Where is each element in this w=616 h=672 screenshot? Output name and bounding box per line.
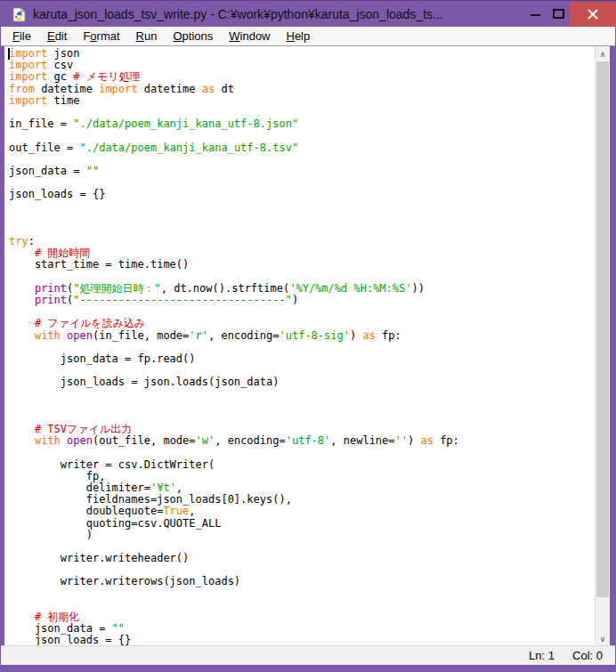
window-title: karuta_json_loads_tsv_write.py - C:¥work… <box>33 7 443 21</box>
main-area: import jsonimport csvimport gc # メモリ処理fr… <box>4 46 610 646</box>
menu-item-run[interactable]: Run <box>128 28 166 45</box>
code-line: print("--------------------------------"… <box>9 295 595 306</box>
code-line: start_time = time.time() <box>9 259 595 271</box>
code-line: json_data = fp.read() <box>9 353 595 365</box>
code-line <box>9 401 595 412</box>
close-icon <box>588 9 598 20</box>
code-line: out_file = "./data/poem_kanji_kana_utf-8… <box>9 142 595 154</box>
code-line: import time <box>9 95 595 107</box>
code-editor[interactable]: import jsonimport csvimport gc # メモリ処理fr… <box>4 46 595 646</box>
menu-item-help[interactable]: Help <box>279 28 319 45</box>
text-cursor <box>8 48 10 60</box>
code-line <box>9 224 595 236</box>
chevron-up-icon: ∧ <box>600 50 606 59</box>
status-line-number: Ln: 1 <box>523 649 567 662</box>
menu-item-file[interactable]: File <box>4 28 39 45</box>
code-line: writer.writeheader() <box>9 553 595 564</box>
code-line <box>9 588 595 600</box>
code-line: json_loads = {} <box>9 189 595 200</box>
menu-item-window[interactable]: Window <box>221 28 278 45</box>
code-line: in_file = "./data/poem_kanji_kana_utf-8.… <box>9 118 595 130</box>
code-line <box>9 213 595 224</box>
idle-editor-window: karuta_json_loads_tsv_write.py - C:¥work… <box>0 0 616 672</box>
status-bar: Ln: 1 Col: 0 <box>1 645 615 665</box>
menu-item-options[interactable]: Options <box>165 28 221 45</box>
code-line: quoting=csv.QUOTE_ALL <box>9 518 595 530</box>
minimize-icon <box>531 9 540 18</box>
code-line: ) <box>9 530 595 541</box>
close-button[interactable] <box>570 2 616 27</box>
menu-bar: FileEditFormatRunOptionsWindowHelp <box>1 27 615 46</box>
code-line: try: <box>9 236 595 247</box>
status-column-number: Col: 0 <box>567 649 615 662</box>
scroll-up-button[interactable]: ∧ <box>596 46 610 61</box>
scroll-down-button[interactable]: ∨ <box>596 631 610 646</box>
minimize-button[interactable] <box>523 1 547 26</box>
maximize-icon <box>553 9 564 19</box>
menu-item-edit[interactable]: Edit <box>39 28 75 45</box>
chevron-down-icon: ∨ <box>600 635 606 644</box>
code-line <box>9 600 595 611</box>
vertical-scrollbar[interactable]: ∧ ∨ <box>595 46 610 646</box>
menu-item-format[interactable]: Format <box>75 28 127 45</box>
code-line <box>9 388 595 400</box>
code-line: from datetime import datetime as dt <box>9 84 595 95</box>
maximize-button[interactable] <box>547 1 570 26</box>
python-file-icon <box>12 7 27 22</box>
code-line: with open(out_file, mode='w', encoding='… <box>9 435 595 447</box>
code-line: writer.writerows(json_loads) <box>9 576 595 587</box>
code-line: import json <box>9 48 595 60</box>
code-line: with open(in_file, mode='r', encoding='u… <box>9 330 595 342</box>
scrollbar-thumb[interactable] <box>596 61 609 597</box>
code-line: json_data = "" <box>9 166 595 177</box>
code-line <box>9 200 595 212</box>
title-bar[interactable]: karuta_json_loads_tsv_write.py - C:¥work… <box>0 0 616 28</box>
code-line: json_loads = json.loads(json_data) <box>9 376 595 388</box>
